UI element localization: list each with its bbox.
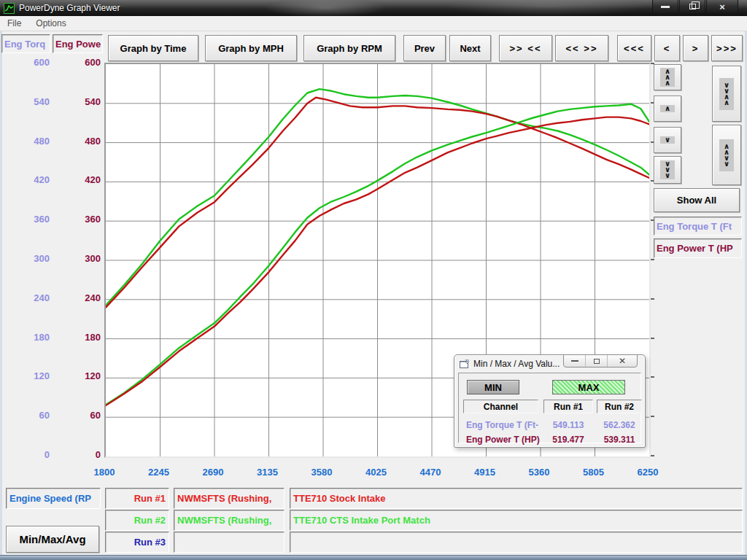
rpm-axis-tick-label: 4025 xyxy=(353,467,400,478)
minmax-avg-button[interactable]: Min/Max/Avg xyxy=(6,526,99,553)
rpm-axis-tick-label: 6250 xyxy=(624,467,671,478)
close-button[interactable]: × xyxy=(706,0,738,14)
toolbar-button-next[interactable]: Next xyxy=(449,35,491,61)
toolbar-button-btn[interactable]: >> << xyxy=(499,35,552,61)
torque-axis-tick-label: 600 xyxy=(6,57,50,69)
power-axis-tick-label: 480 xyxy=(57,136,101,147)
minimize-button[interactable] xyxy=(652,0,678,14)
expand-vertical-button[interactable]: ∧∧∨∨ xyxy=(712,125,741,185)
axis-tick-mark xyxy=(651,376,654,378)
run3-label-box[interactable]: Run #3 xyxy=(105,532,169,553)
minmax-title: Min / Max / Avg Valu... xyxy=(473,359,560,369)
chevron-down-button[interactable]: ∨ xyxy=(654,127,681,153)
minmax-body: MIN MAX Channel Run #1 Run #2 Eng Torque… xyxy=(458,373,641,443)
triple-chevron-down-button[interactable]: ∨∨∨ xyxy=(654,156,681,184)
axis-tick-mark xyxy=(651,298,654,300)
torque-axis-tick-label: 540 xyxy=(6,96,50,108)
toolbar-button-btn[interactable]: << >> xyxy=(555,35,608,61)
collapse-vertical-button[interactable]: ∨∨∧∧ xyxy=(712,66,741,122)
toolbar-button-btn[interactable]: < xyxy=(654,35,680,61)
rpm-axis-tick-label: 2245 xyxy=(136,467,182,478)
toolbar-button-btn[interactable]: <<< xyxy=(617,35,651,61)
minmax-row-channel: Eng Torque T (Ft- xyxy=(466,420,538,430)
run1-file-label: NWMSFTS (Rushing, xyxy=(177,493,271,504)
channel-button-torque-label: Eng Torq xyxy=(4,39,45,50)
toolbar-button-prev[interactable]: Prev xyxy=(403,35,446,61)
x-channel-label: Engine Speed (RP xyxy=(9,493,91,504)
rpm-axis-tick-label: 4915 xyxy=(462,467,508,478)
minmax-row-run2-value: 539.311 xyxy=(594,435,645,445)
column-header-run1: Run #1 xyxy=(543,400,593,413)
run3-file-box xyxy=(174,532,285,553)
channel-button-torque[interactable]: Eng Torq xyxy=(1,34,50,53)
max-button-label: MAX xyxy=(578,382,600,393)
chevron-up-button[interactable]: ∧ xyxy=(654,96,681,122)
show-all-label: Show All xyxy=(677,195,716,206)
minmax-title-bar[interactable]: Min / Max / Avg Valu... ✕ xyxy=(454,355,645,373)
axis-tick-mark xyxy=(651,455,654,456)
minmax-restore-icon xyxy=(594,359,600,364)
toolbar-button-graph-by-rpm[interactable]: Graph by RPM xyxy=(303,35,395,61)
rpm-axis-tick-label: 5805 xyxy=(570,467,617,478)
menu-item-options[interactable]: Options xyxy=(28,17,73,30)
run1-label: Run #1 xyxy=(134,493,166,504)
menu-bar: File Options xyxy=(0,16,747,31)
rpm-axis-tick-label: 4470 xyxy=(407,467,454,478)
toolbar-button-graph-by-mph[interactable]: Graph by MPH xyxy=(205,35,297,61)
window-left-frame xyxy=(0,31,2,555)
toolbar-button-btn[interactable]: >>> xyxy=(711,35,743,61)
minmax-row-run2-value: 562.362 xyxy=(594,420,645,430)
run3-desc-box xyxy=(290,532,743,553)
channel-button-power[interactable]: Eng Powe xyxy=(53,34,103,53)
rpm-axis-tick-label: 3580 xyxy=(298,467,345,478)
minmax-window-icon xyxy=(460,359,469,368)
power-axis-tick-label: 180 xyxy=(57,332,101,343)
chevron-up-icon: ∧ xyxy=(660,105,675,112)
torque-axis-tick-label: 240 xyxy=(6,292,50,304)
power-axis-tick-label: 300 xyxy=(57,253,101,265)
column-header-run2: Run #2 xyxy=(597,400,642,413)
rpm-axis-tick-label: 2690 xyxy=(190,467,236,478)
torque-axis-tick-label: 360 xyxy=(6,214,50,225)
torque-channel-label-button[interactable]: Eng Torque T (Ft xyxy=(654,217,742,236)
minmax-restore-button[interactable] xyxy=(586,355,608,367)
minmax-window: Min / Max / Avg Valu... ✕ MIN MAX Channe… xyxy=(454,354,646,448)
power-channel-label: Eng Power T (HP xyxy=(657,243,733,254)
triple-chevron-up-icon: ∧∧∧ xyxy=(660,68,675,87)
window-bottom-frame xyxy=(0,555,747,560)
power-channel-label-button[interactable]: Eng Power T (HP xyxy=(654,238,742,258)
minmax-minimize-button[interactable] xyxy=(564,355,586,367)
menu-item-file[interactable]: File xyxy=(0,17,28,30)
x-channel-button[interactable]: Engine Speed (RP xyxy=(6,488,101,509)
toolbar-button-graph-by-time[interactable]: Graph by Time xyxy=(108,35,198,61)
channel-button-power-label: Eng Powe xyxy=(55,39,101,50)
torque-axis-tick-label: 420 xyxy=(6,174,50,186)
max-button[interactable]: MAX xyxy=(552,380,625,394)
toolbar-button-btn[interactable]: > xyxy=(683,35,708,61)
min-button-label: MIN xyxy=(484,382,502,393)
expand-vertical-icon: ∧∧∨∨ xyxy=(719,139,734,171)
power-axis-tick-label: 420 xyxy=(57,174,101,186)
run1-desc-label: TTE710 Stock Intake xyxy=(293,493,385,504)
minmax-row-run1-value: 519.477 xyxy=(543,435,594,445)
axis-tick-mark xyxy=(651,338,654,339)
triple-chevron-down-icon: ∨∨∨ xyxy=(660,160,675,179)
torque-axis-tick-label: 180 xyxy=(6,332,50,343)
run1-desc-box: TTE710 Stock Intake xyxy=(290,488,743,509)
run2-file-box: NWMSFTS (Rushing, xyxy=(174,510,285,531)
run1-label-box[interactable]: Run #1 xyxy=(105,488,169,509)
triple-chevron-up-button[interactable]: ∧∧∧ xyxy=(654,64,681,90)
show-all-button[interactable]: Show All xyxy=(654,188,740,212)
run2-label: Run #2 xyxy=(134,515,166,526)
run2-desc-box: TTE710 CTS Intake Port Match xyxy=(290,510,743,531)
minmax-close-button[interactable]: ✕ xyxy=(608,355,637,367)
run3-label: Run #3 xyxy=(134,537,166,548)
torque-axis-tick-label: 300 xyxy=(6,253,50,265)
run2-label-box[interactable]: Run #2 xyxy=(105,510,169,531)
min-button[interactable]: MIN xyxy=(467,380,519,394)
power-axis-tick-label: 540 xyxy=(57,96,101,108)
torque-axis-tick-label: 60 xyxy=(6,410,50,421)
rpm-axis-tick-label: 5360 xyxy=(516,467,562,478)
restore-button[interactable] xyxy=(679,0,705,14)
power-axis-tick-label: 60 xyxy=(57,410,101,421)
